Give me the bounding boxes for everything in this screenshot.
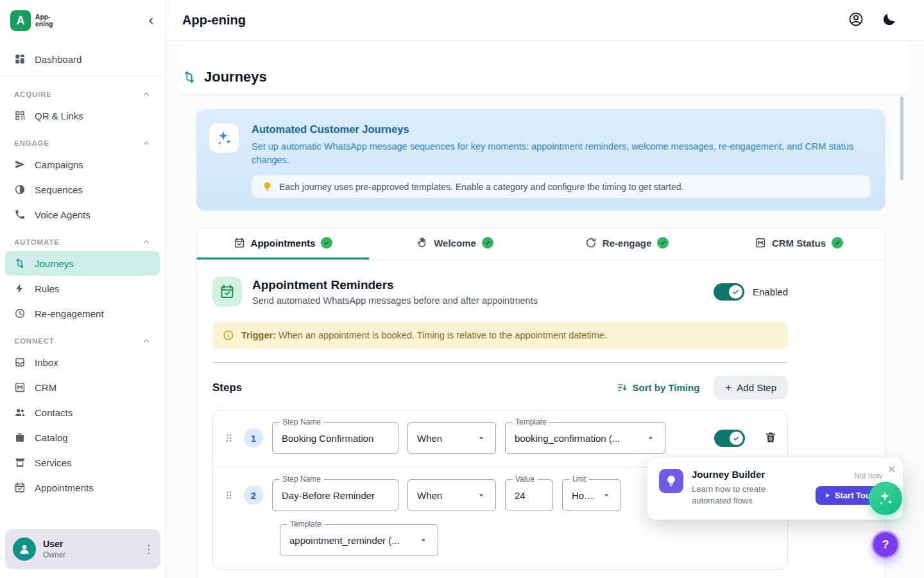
sidebar-item-services[interactable]: Services: [5, 450, 160, 475]
tab-crm-status[interactable]: CRM Status: [713, 228, 885, 259]
section-header-engage[interactable]: ENGAGE: [0, 128, 165, 152]
sidebar-item-re-engagement[interactable]: Re-engagement: [5, 301, 160, 326]
check-glyph: [660, 240, 666, 246]
drag-handle-icon[interactable]: [223, 489, 235, 502]
sidebar-item-label: CRM: [35, 382, 56, 393]
step-2-template-line: Template appointment_reminder (...: [280, 524, 777, 556]
section-header-connect[interactable]: CONNECT: [0, 326, 165, 349]
check-glyph: [733, 435, 740, 442]
help-fab[interactable]: ?: [871, 530, 900, 559]
enabled-toggle[interactable]: [714, 283, 744, 301]
sparkles-icon: [877, 490, 894, 507]
ai-assistant-fab[interactable]: [869, 482, 902, 515]
unit-value: Hours: [572, 490, 596, 501]
sidebar-item-label: Dashboard: [35, 54, 81, 65]
delete-step-button[interactable]: [764, 431, 777, 446]
check-icon: [482, 237, 493, 249]
sidebar-header: A App- ening ‹: [0, 0, 165, 41]
timing-select[interactable]: When: [407, 479, 496, 511]
sidebar-item-contacts[interactable]: Contacts: [5, 400, 160, 425]
sidebar-item-voice-agents[interactable]: Voice Agents: [5, 202, 160, 227]
step-enabled-toggle[interactable]: [714, 430, 745, 447]
lightbulb-icon: [262, 181, 273, 192]
sidebar-item-label: Appointments: [35, 482, 94, 493]
field-label: Template: [287, 520, 325, 529]
sidebar-item-campaigns[interactable]: Campaigns: [5, 152, 160, 177]
sparkles-icon: [216, 130, 232, 146]
template-value: appointment_reminder (...: [289, 535, 400, 546]
page-header: Journeys: [182, 41, 907, 95]
sort-by-timing-button[interactable]: Sort by Timing: [617, 382, 700, 393]
timing-select[interactable]: When: [407, 422, 496, 454]
chevron-up-icon: [142, 238, 151, 247]
tab-re-engage[interactable]: Re-engage: [541, 228, 713, 259]
unit-select[interactable]: Unit Hours: [562, 479, 621, 511]
logo-line2: ening: [35, 21, 53, 28]
close-icon[interactable]: ✕: [887, 464, 896, 475]
person-circle-icon: [848, 12, 864, 27]
section-header-acquire[interactable]: ACQUIRE: [0, 80, 165, 103]
play-icon: [824, 492, 831, 499]
step-name-input[interactable]: Step Name Booking Confirmation: [272, 422, 398, 454]
tab-welcome[interactable]: Welcome: [369, 228, 541, 259]
step-1-line: 1 Step Name Booking Confirmation When Te…: [223, 422, 777, 454]
sidebar-item-dashboard[interactable]: Dashboard: [5, 47, 160, 71]
question-mark-icon: ?: [882, 538, 889, 552]
refresh-icon: [585, 237, 597, 249]
trigger-label: Trigger:: [241, 330, 276, 340]
info-banner: Automated Customer Journeys Set up autom…: [196, 109, 886, 211]
template-select[interactable]: Template appointment_reminder (...: [280, 524, 438, 556]
check-icon: [832, 237, 843, 249]
banner-tip: Each journey uses pre-approved templates…: [252, 175, 871, 198]
journey-header: Appointment Reminders Send automated Wha…: [212, 277, 788, 306]
trigger-detail: When an appointment is booked. Timing is…: [278, 330, 607, 340]
template-value: booking_confirmation (...: [515, 433, 620, 444]
user-menu-button[interactable]: ⋮: [143, 543, 154, 556]
sidebar-item-rules[interactable]: Rules: [5, 276, 160, 301]
sidebar-item-journeys[interactable]: Journeys: [5, 251, 160, 276]
sidebar-nav: DashboardACQUIREQR & LinksENGAGECampaign…: [0, 41, 165, 500]
sidebar-collapse-button[interactable]: ‹: [149, 13, 153, 28]
store-icon: [14, 457, 26, 468]
tab-label: Appointments: [251, 238, 316, 249]
tab-appointments[interactable]: Appointments: [197, 228, 369, 259]
add-step-button[interactable]: + Add Step: [714, 376, 788, 399]
not-now-button[interactable]: Not now: [854, 471, 882, 480]
sidebar: A App- ening ‹ DashboardACQUIREQR & Link…: [0, 0, 166, 578]
sidebar-item-crm[interactable]: CRM: [5, 375, 160, 399]
step-number-badge: 2: [244, 486, 263, 505]
sidebar-item-sequences[interactable]: Sequences: [5, 177, 160, 202]
account-button[interactable]: [848, 12, 864, 29]
section-header-automate[interactable]: AUTOMATE: [0, 227, 165, 250]
sidebar-item-appointments[interactable]: Appointments: [5, 475, 160, 500]
sidebar-item-qr-links[interactable]: QR & Links: [5, 103, 160, 128]
field-label: Unit: [569, 475, 589, 484]
steps-heading: Steps: [212, 381, 242, 394]
scrollbar-thumb[interactable]: [900, 96, 903, 180]
check-glyph: [732, 288, 739, 295]
bolt-icon: [14, 283, 26, 294]
sidebar-item-label: Sequences: [35, 184, 83, 195]
user-card[interactable]: User Owner ⋮: [5, 529, 160, 569]
sidebar-item-label: Campaigns: [35, 159, 83, 170]
calendar-icon: [219, 284, 235, 299]
toggle-knob: [730, 432, 743, 445]
step-name-input[interactable]: Step Name Day-Before Reminder: [272, 479, 398, 511]
template-select[interactable]: Template booking_confirmation (...: [505, 422, 665, 454]
step-name-value: Day-Before Reminder: [282, 490, 375, 501]
user-name: User: [43, 539, 65, 549]
toggle-knob: [729, 285, 742, 299]
value-input[interactable]: Value 24: [505, 479, 553, 511]
sidebar-item-catalog[interactable]: Catalog: [5, 425, 160, 450]
check-icon: [321, 237, 332, 249]
sidebar-item-label: Contacts: [35, 407, 73, 418]
sidebar-item-inbox[interactable]: Inbox: [5, 350, 160, 374]
steps-header: Steps Sort by Timing + Add Step: [212, 376, 788, 399]
dark-mode-button[interactable]: [882, 12, 897, 29]
app-logo[interactable]: A App- ening: [10, 10, 53, 31]
sidebar-divider: [0, 76, 165, 77]
tab-label: CRM Status: [772, 238, 826, 249]
drag-handle-icon[interactable]: [223, 432, 235, 444]
toast-title: Journey Builder: [692, 469, 804, 480]
field-label: Value: [512, 475, 538, 484]
